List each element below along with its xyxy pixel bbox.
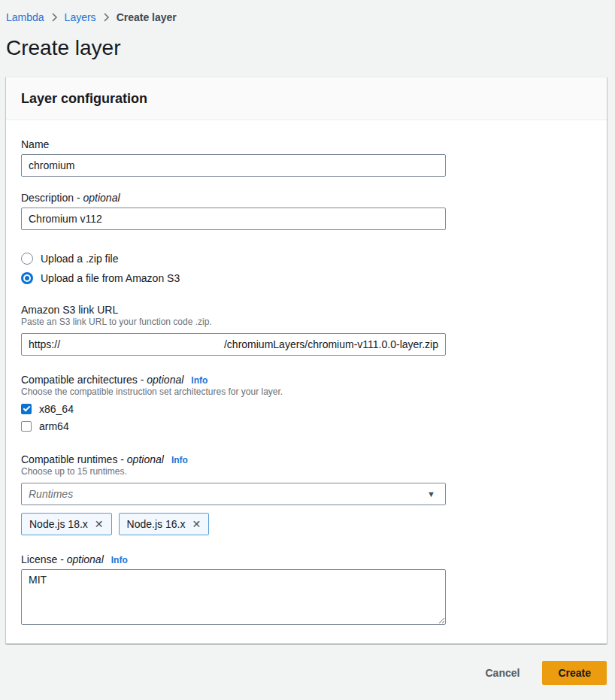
s3-url-prefix: https://: [29, 338, 60, 350]
layer-configuration-card: Layer configuration Name Description - o…: [6, 77, 607, 644]
name-input[interactable]: [21, 154, 446, 177]
page-title: Create layer: [6, 36, 607, 60]
runtime-token-list: Node.js 18.x ✕ Node.js 16.x ✕: [21, 513, 592, 535]
radio-upload-zip[interactable]: Upload a .zip file: [21, 253, 592, 265]
runtimes-select-placeholder: Runtimes: [29, 488, 73, 500]
s3-url-field: Amazon S3 link URL Paste an S3 link URL …: [21, 304, 592, 356]
architectures-label: Compatible architectures - optional Info: [21, 374, 592, 386]
cancel-button[interactable]: Cancel: [482, 662, 523, 683]
optional-text: optional: [147, 374, 183, 386]
license-label-text: License - optional: [21, 553, 104, 565]
license-label: License - optional Info: [21, 553, 592, 565]
upload-source-radio-group: Upload a .zip file Upload a file from Am…: [21, 253, 592, 284]
checkbox-unchecked-icon[interactable]: [21, 421, 32, 432]
chevron-right-icon: [103, 13, 110, 22]
radio-upload-s3-label: Upload a file from Amazon S3: [41, 272, 180, 284]
optional-text: optional: [67, 553, 104, 565]
breadcrumb-current: Create layer: [117, 11, 177, 23]
runtimes-hint: Choose up to 15 runtimes.: [21, 465, 592, 477]
card-header: Layer configuration: [6, 77, 607, 120]
runtime-token-label: Node.js 16.x: [127, 518, 186, 530]
create-layer-page: Lambda Layers Create layer Create layer …: [0, 0, 615, 685]
license-field: License - optional Info MIT: [21, 553, 592, 627]
caret-down-icon: ▼: [427, 490, 435, 498]
checkbox-arm64-label: arm64: [39, 420, 69, 432]
breadcrumb-link-layers[interactable]: Layers: [65, 11, 96, 23]
chevron-right-icon: [51, 13, 58, 22]
checkbox-x86-64[interactable]: x86_64: [21, 403, 592, 415]
runtimes-label: Compatible runtimes - optional Info: [21, 453, 592, 465]
runtimes-select[interactable]: Runtimes ▼: [21, 483, 446, 505]
s3-url-label: Amazon S3 link URL: [21, 304, 592, 316]
architectures-hint: Choose the compatible instruction set ar…: [21, 386, 592, 398]
card-body: Name Description - optional Upload a .zi…: [6, 120, 607, 644]
radio-checked-icon[interactable]: [21, 272, 33, 284]
checkbox-x86-64-label: x86_64: [39, 403, 74, 415]
description-label: Description - optional: [21, 192, 592, 204]
footer-actions: Cancel Create: [6, 661, 607, 685]
description-field: Description - optional: [21, 192, 592, 230]
breadcrumb: Lambda Layers Create layer: [6, 0, 607, 23]
description-input[interactable]: [21, 208, 446, 230]
checkbox-arm64[interactable]: arm64: [21, 420, 592, 432]
breadcrumb-link-lambda[interactable]: Lambda: [6, 11, 44, 23]
s3-url-suffix: /chromiumLayers/chromium-v111.0.0-layer.…: [224, 338, 438, 350]
runtime-token-label: Node.js 18.x: [29, 518, 88, 530]
create-button[interactable]: Create: [542, 661, 607, 685]
name-label-text: Name: [21, 138, 49, 150]
optional-text: optional: [83, 192, 120, 204]
license-info-link[interactable]: Info: [111, 555, 128, 565]
architectures-field: Compatible architectures - optional Info…: [21, 374, 592, 432]
s3-url-input[interactable]: https:// /chromiumLayers/chromium-v111.0…: [21, 333, 446, 356]
dismiss-icon[interactable]: ✕: [95, 519, 104, 529]
radio-upload-s3[interactable]: Upload a file from Amazon S3: [21, 272, 592, 284]
card-title: Layer configuration: [21, 91, 147, 106]
runtimes-field: Compatible runtimes - optional Info Choo…: [21, 453, 592, 535]
runtimes-info-link[interactable]: Info: [171, 455, 188, 465]
checkbox-checked-icon[interactable]: [21, 404, 32, 414]
s3-url-label-text: Amazon S3 link URL: [21, 304, 118, 316]
radio-unchecked-icon[interactable]: [21, 253, 33, 265]
optional-text: optional: [127, 453, 164, 465]
radio-upload-zip-label: Upload a .zip file: [41, 253, 119, 265]
name-field: Name: [21, 138, 592, 177]
s3-url-hint: Paste an S3 link URL to your function co…: [21, 316, 592, 328]
runtimes-label-text: Compatible runtimes - optional: [21, 453, 164, 465]
architectures-label-text: Compatible architectures - optional: [21, 374, 183, 386]
runtime-token-nodejs-16: Node.js 16.x ✕: [119, 513, 210, 535]
license-textarea[interactable]: MIT: [21, 569, 446, 625]
description-label-text: Description - optional: [21, 192, 120, 204]
runtime-token-nodejs-18: Node.js 18.x ✕: [21, 513, 112, 535]
architectures-info-link[interactable]: Info: [191, 375, 208, 386]
name-label: Name: [21, 138, 592, 150]
dismiss-icon[interactable]: ✕: [192, 519, 201, 529]
